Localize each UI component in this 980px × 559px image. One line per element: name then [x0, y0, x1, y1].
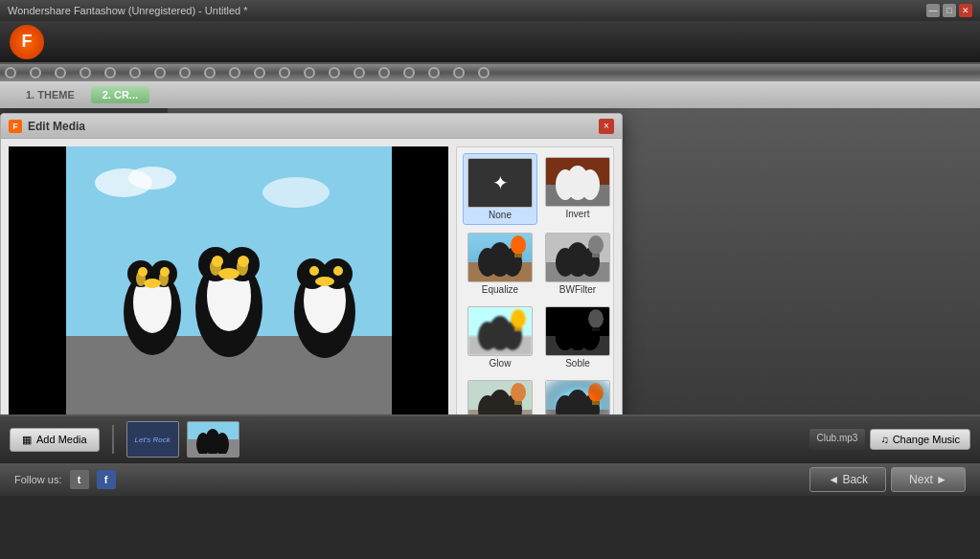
spiral-ring [353, 67, 365, 78]
svg-point-20 [144, 279, 161, 288]
svg-point-38 [237, 258, 248, 276]
filter-invert-thumb [545, 157, 610, 207]
add-media-label: Add Media [36, 434, 87, 445]
svg-rect-65 [592, 254, 600, 257]
svg-point-64 [588, 235, 604, 255]
svg-rect-86 [514, 401, 522, 405]
app-header: F [0, 21, 980, 64]
step-theme[interactable]: 1. THEME [14, 86, 86, 103]
filter-bwfilter-thumb [545, 233, 610, 282]
follow-us-section: Follow us: t f [14, 470, 116, 489]
svg-point-51 [581, 169, 600, 200]
spiral-ring [304, 67, 315, 78]
timeline-thumb-2[interactable] [187, 421, 239, 458]
svg-point-13 [262, 177, 330, 208]
filter-soble-thumb [545, 306, 610, 356]
spiral-ring [453, 67, 465, 78]
spiral-ring [154, 67, 166, 78]
dialog-close-button[interactable]: × [599, 119, 614, 134]
svg-point-33 [333, 266, 343, 276]
svg-point-36 [159, 271, 169, 286]
title-bar-controls: — □ ✕ [926, 4, 972, 17]
spiral-bar [0, 64, 980, 81]
filters-grid: ✦ None [457, 147, 613, 414]
svg-point-37 [210, 258, 221, 276]
svg-rect-58 [514, 254, 522, 257]
svg-point-27 [218, 268, 239, 280]
filter-equalize-label: Equalize [482, 284, 518, 295]
music-section: Club.mp3 ♫ Change Music [809, 429, 970, 450]
spiral-ring [229, 67, 240, 78]
spiral-ring [104, 67, 116, 78]
change-music-button[interactable]: ♫ Change Music [870, 429, 970, 450]
timeline-bar: ▦ Add Media Let's Rock Club.mp3 ♫ Change… [0, 414, 980, 462]
filter-invert[interactable]: Invert [541, 153, 613, 225]
title-bar: Wondershare Fantashow (Unregistered) - U… [0, 0, 980, 21]
filter-invert-label: Invert [565, 209, 589, 219]
none-star-icon: ✦ [492, 171, 509, 194]
spiral-ring [478, 67, 490, 78]
svg-point-78 [588, 309, 604, 328]
app-close-button[interactable]: ✕ [959, 4, 972, 17]
preview-area: ↺ ⇔ ↕ ♪ ⊡ ↺ Reset [9, 146, 448, 414]
svg-rect-72 [514, 327, 522, 331]
svg-point-35 [136, 271, 146, 286]
dialog-body: ↺ ⇔ ↕ ♪ ⊡ ↺ Reset [1, 139, 622, 414]
filter-soble-label: Soble [565, 358, 590, 369]
svg-point-34 [315, 277, 334, 286]
filter-soble[interactable]: Soble [541, 302, 613, 372]
spiral-ring [279, 67, 290, 78]
step-create[interactable]: 2. CR... [91, 86, 149, 103]
maximize-button[interactable]: □ [943, 4, 956, 17]
dialog-title-text: Edit Media [28, 120, 85, 133]
filter-glow-thumb [467, 306, 533, 356]
filter-vignettewhite[interactable]: VignetteWhite [541, 376, 613, 414]
dialog-app-icon: F [9, 120, 22, 133]
spiral-ring [403, 67, 415, 78]
filter-none-thumb: ✦ [467, 158, 533, 208]
back-button[interactable]: ◄ Back [809, 467, 886, 492]
divider [112, 425, 114, 454]
steps-bar: 1. THEME 2. CR... [0, 81, 980, 108]
filter-canvas-thumb [467, 380, 533, 414]
svg-point-71 [511, 309, 526, 328]
filter-glow[interactable]: Glow [463, 302, 537, 372]
svg-rect-79 [592, 327, 600, 331]
filter-bwfilter-label: BWFilter [559, 284, 596, 295]
timeline-thumb-1[interactable]: Let's Rock [126, 421, 179, 458]
twitter-icon[interactable]: t [70, 470, 89, 489]
filter-none[interactable]: ✦ None [463, 153, 537, 225]
svg-point-85 [511, 383, 526, 402]
spiral-ring [179, 67, 191, 78]
filter-canvas[interactable]: Canvas [463, 376, 537, 414]
spiral-ring [204, 67, 216, 78]
minimize-button[interactable]: — [926, 4, 940, 17]
nav-buttons: ◄ Back Next ► [809, 467, 966, 492]
next-button[interactable]: Next ► [891, 467, 966, 492]
spiral-ring [30, 67, 41, 78]
app-title: Wondershare Fantashow (Unregistered) - U… [8, 5, 247, 16]
add-media-icon: ▦ [22, 434, 32, 446]
spiral-ring [378, 67, 390, 78]
main-area: Let's Rock T [0, 108, 980, 414]
edit-media-dialog: F Edit Media × [0, 113, 623, 414]
filter-equalize-thumb [467, 233, 533, 282]
main-preview-image [9, 146, 448, 414]
filters-panel: ✦ None [456, 146, 614, 414]
spiral-ring [428, 67, 440, 78]
spiral-ring [329, 67, 340, 78]
change-music-label: Change Music [893, 434, 960, 445]
filter-bwfilter[interactable]: BWFilter [541, 229, 613, 299]
filters-scroll[interactable]: ✦ None [457, 147, 613, 414]
bottom-nav-bar: Follow us: t f ◄ Back Next ► [0, 462, 980, 496]
filter-equalize[interactable]: Equalize [463, 229, 537, 299]
spiral-ring [55, 67, 66, 78]
filter-vignettewhite-thumb [545, 380, 610, 414]
follow-us-label: Follow us: [14, 474, 62, 485]
dialog-title-left: F Edit Media [9, 120, 85, 133]
spiral-ring [254, 67, 265, 78]
facebook-icon[interactable]: f [97, 470, 116, 489]
add-media-button[interactable]: ▦ Add Media [10, 428, 100, 452]
filter-none-label: None [489, 210, 512, 220]
svg-rect-94 [546, 381, 609, 414]
